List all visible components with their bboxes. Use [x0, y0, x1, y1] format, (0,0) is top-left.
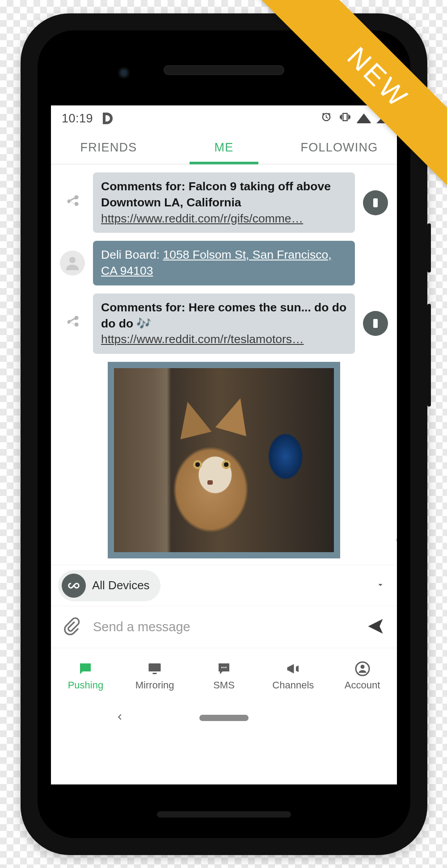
back-button[interactable] — [115, 712, 125, 724]
tab-friends[interactable]: FRIENDS — [51, 131, 166, 164]
svg-point-1 — [69, 257, 76, 263]
message-link[interactable]: https://www.reddit.com/r/gifs/comme… — [101, 211, 347, 227]
avatar[interactable] — [60, 251, 85, 276]
cat-photo — [114, 368, 334, 552]
paperclip-icon — [63, 617, 80, 635]
nav-sms[interactable]: SMS — [190, 648, 259, 703]
message-title: Comments for: Falcon 9 taking off above … — [101, 179, 347, 211]
attach-button[interactable] — [63, 617, 80, 637]
sms-icon — [216, 661, 232, 677]
status-time: 10:19 — [62, 112, 93, 126]
nav-label: Mirroring — [135, 679, 174, 691]
vibrate-icon — [339, 111, 351, 126]
app-screen: 10:19 FRIENDS ME FOLLOWING — [51, 105, 397, 784]
nav-mirroring[interactable]: Mirroring — [120, 648, 190, 703]
tab-following[interactable]: FOLLOWING — [282, 131, 397, 164]
share-icon[interactable] — [393, 533, 397, 550]
chat-bubble-icon — [77, 661, 93, 677]
send-button[interactable] — [366, 616, 385, 638]
volume-button — [427, 304, 431, 407]
person-icon — [63, 254, 82, 273]
nav-label: Account — [345, 679, 380, 691]
image-message[interactable] — [63, 362, 384, 558]
svg-point-9 — [360, 665, 364, 669]
power-button — [427, 223, 431, 273]
device-selector-chip[interactable]: All Devices — [58, 570, 160, 601]
front-camera — [118, 67, 130, 79]
device-selector-bar: All Devices — [51, 565, 397, 606]
chevron-left-icon — [115, 712, 125, 722]
nav-pushing[interactable]: Pushing — [51, 648, 120, 703]
phone-icon — [370, 197, 381, 208]
message-input[interactable]: Send a message — [93, 620, 353, 634]
wifi-icon — [356, 113, 371, 123]
message-bubble[interactable]: Comments for: Here comes the sun... do d… — [93, 294, 355, 354]
image-frame — [108, 362, 340, 558]
earpiece-speaker — [164, 65, 284, 75]
account-icon — [354, 661, 371, 677]
device-badge[interactable] — [363, 190, 388, 215]
message-bubble[interactable]: Deli Board: 1058 Folsom St, San Francisc… — [93, 241, 355, 285]
bottom-speaker — [157, 811, 291, 818]
home-pill[interactable] — [199, 715, 249, 721]
dropdown-arrow-icon[interactable] — [375, 580, 385, 591]
message-link[interactable]: https://www.reddit.com/r/teslamotors… — [101, 331, 347, 348]
message-row: Comments for: Here comes the sun... do d… — [56, 294, 392, 354]
device-badge[interactable] — [363, 311, 388, 336]
svg-point-5 — [221, 667, 223, 668]
nav-channels[interactable]: Channels — [258, 648, 328, 703]
nav-account[interactable]: Account — [328, 648, 397, 703]
system-nav-bar — [51, 703, 397, 733]
send-icon — [366, 616, 385, 636]
android-p-icon — [101, 113, 113, 124]
infinity-icon — [62, 574, 86, 598]
compose-bar: Send a message — [51, 606, 397, 648]
message-prefix: Deli Board: — [101, 248, 163, 261]
share-icon[interactable] — [64, 314, 80, 332]
message-title: Comments for: Here comes the sun... do d… — [101, 300, 347, 332]
share-icon[interactable] — [64, 194, 80, 212]
alarm-icon — [320, 111, 333, 126]
svg-rect-2 — [373, 319, 378, 328]
svg-point-7 — [225, 667, 227, 668]
bottom-nav: Pushing Mirroring SMS Channels Account — [51, 648, 397, 703]
svg-rect-4 — [153, 673, 157, 674]
nav-label: Channels — [272, 679, 314, 691]
message-row: Comments for: Falcon 9 taking off above … — [56, 172, 392, 233]
svg-rect-3 — [149, 663, 161, 671]
message-row: Deli Board: 1058 Folsom St, San Francisc… — [56, 241, 392, 285]
device-selector-label: All Devices — [92, 579, 150, 592]
svg-point-6 — [223, 667, 224, 668]
phone-frame: 10:19 FRIENDS ME FOLLOWING — [21, 13, 427, 855]
tab-me[interactable]: ME — [166, 131, 282, 164]
nav-label: SMS — [213, 679, 235, 691]
svg-rect-0 — [373, 198, 378, 207]
message-list[interactable]: Comments for: Falcon 9 taking off above … — [51, 164, 397, 558]
phone-icon — [370, 318, 381, 329]
megaphone-icon — [285, 661, 301, 677]
nav-label: Pushing — [68, 679, 104, 691]
monitor-icon — [147, 661, 163, 677]
cell-signal-icon — [376, 113, 386, 123]
top-tabs: FRIENDS ME FOLLOWING — [51, 131, 397, 164]
message-bubble[interactable]: Comments for: Falcon 9 taking off above … — [93, 172, 355, 233]
status-bar: 10:19 — [51, 105, 397, 131]
